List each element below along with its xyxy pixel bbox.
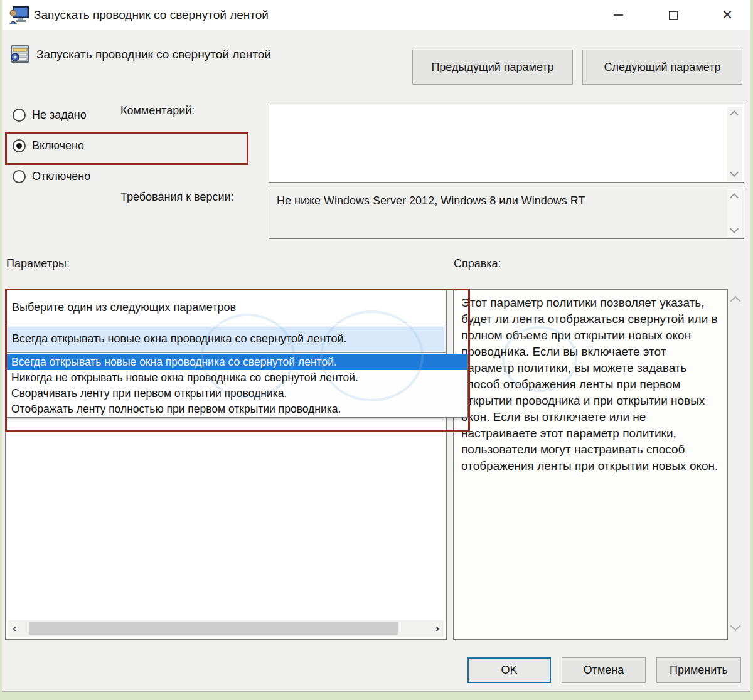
- policy-dialog-window: Запускать проводник со свернутой лентой …: [0, 0, 753, 700]
- comment-scrollbar[interactable]: [727, 107, 742, 181]
- window-title: Запускать проводник со свернутой лентой: [34, 0, 269, 30]
- minimize-button[interactable]: [604, 0, 633, 30]
- horizontal-scroll-track[interactable]: [21, 622, 430, 635]
- scroll-up-icon[interactable]: [730, 110, 739, 119]
- dropdown-item-full-first-open[interactable]: Отображать ленту полностью при первом от…: [6, 401, 467, 417]
- scroll-right-icon[interactable]: ›: [430, 622, 444, 635]
- maximize-button[interactable]: [659, 0, 688, 30]
- titlebar: Запускать проводник со свернутой лентой …: [0, 0, 753, 30]
- dropdown-item-minimize-first-open[interactable]: Сворачивать ленту при первом открытии пр…: [6, 386, 467, 401]
- dropdown-item-always-minimized[interactable]: Всегда открывать новые окна проводника с…: [6, 354, 467, 370]
- close-icon: ✕: [722, 8, 733, 22]
- edge-strip: [0, 692, 753, 700]
- apply-button[interactable]: Применить: [656, 657, 741, 683]
- version-field: Не ниже Windows Server 2012, Windows 8 и…: [269, 188, 744, 239]
- version-scrollbar[interactable]: [727, 189, 742, 237]
- version-value: Не ниже Windows Server 2012, Windows 8 и…: [277, 194, 585, 208]
- help-panel: Этот параметр политики позволяет указать…: [453, 289, 728, 640]
- horizontal-scroll-thumb[interactable]: [29, 622, 398, 635]
- ribbon-mode-combobox[interactable]: Всегда открывать новые окна проводника с…: [6, 326, 446, 353]
- help-scroll-down-icon[interactable]: [730, 621, 741, 632]
- policy-title: Запускать проводник со свернутой лентой: [36, 48, 271, 61]
- help-text: Этот параметр политики позволяет указать…: [454, 290, 727, 479]
- close-button[interactable]: ✕: [713, 0, 742, 30]
- ok-button[interactable]: OK: [467, 657, 551, 683]
- combobox-dropdown-list: Всегда открывать новые окна проводника с…: [6, 354, 468, 418]
- horizontal-scrollbar[interactable]: ‹ ›: [8, 620, 444, 637]
- radio-enabled-label: Включено: [32, 139, 84, 152]
- help-scroll-up-icon[interactable]: [730, 296, 741, 307]
- scroll-down-icon[interactable]: [730, 225, 739, 233]
- edge-strip: [750, 0, 753, 700]
- comment-label: Комментарий:: [120, 104, 195, 117]
- cancel-button[interactable]: Отмена: [562, 657, 646, 683]
- version-label: Требования к версии:: [120, 191, 234, 204]
- dropdown-item-never-minimized[interactable]: Никогда не открывать новые окна проводни…: [6, 370, 467, 386]
- radio-enabled-circle[interactable]: [13, 139, 26, 152]
- radio-disabled[interactable]: Отключено: [13, 170, 90, 183]
- next-setting-button[interactable]: Следующий параметр: [582, 50, 742, 85]
- scroll-left-icon[interactable]: ‹: [8, 622, 21, 635]
- app-icon: [9, 6, 29, 24]
- scroll-up-icon[interactable]: [730, 193, 739, 202]
- edge-strip: [0, 0, 2, 700]
- options-panel: Выберите один из следующих параметров Вс…: [5, 289, 447, 640]
- comment-textarea[interactable]: [269, 105, 744, 183]
- radio-disabled-circle[interactable]: [13, 170, 26, 183]
- dropdown-prompt-label: Выберите один из следующих параметров: [12, 301, 236, 314]
- policy-setting-icon: [10, 44, 30, 64]
- scroll-down-icon[interactable]: [730, 168, 739, 177]
- radio-enabled[interactable]: Включено: [13, 139, 84, 152]
- radio-not-configured-circle[interactable]: [13, 109, 26, 122]
- radio-not-configured[interactable]: Не задано: [13, 109, 87, 122]
- window-bottom-border: [0, 691, 753, 692]
- options-section-label: Параметры:: [6, 257, 70, 270]
- help-section-label: Справка:: [454, 257, 501, 270]
- minimize-icon: [614, 14, 623, 16]
- combobox-value: Всегда открывать новые окна проводника с…: [6, 332, 347, 346]
- radio-disabled-label: Отключено: [32, 170, 90, 183]
- previous-setting-button[interactable]: Предыдущий параметр: [412, 50, 573, 85]
- maximize-icon: [669, 11, 678, 20]
- radio-not-configured-label: Не задано: [32, 109, 87, 122]
